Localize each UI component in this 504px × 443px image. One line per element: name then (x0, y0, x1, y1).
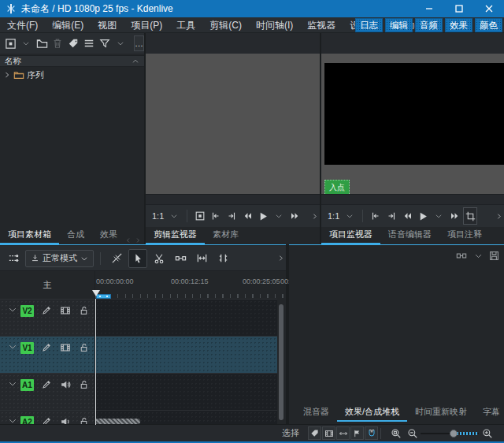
forward-button[interactable] (287, 207, 302, 225)
filter-dropdown-icon[interactable] (113, 35, 128, 52)
toolbar-extender[interactable] (495, 205, 502, 227)
resize-tool-button[interactable] (192, 249, 211, 268)
tab-scroll-arrows[interactable] (125, 236, 144, 244)
clip-monitor-screen[interactable] (146, 54, 320, 194)
razor-tool-button[interactable] (150, 249, 169, 268)
playhead-line[interactable] (95, 299, 96, 425)
project-monitor-zoom-level[interactable]: 1:1 (328, 211, 339, 221)
workspace-logging[interactable]: 日志 (355, 18, 383, 32)
spacer-tool-button[interactable] (171, 249, 190, 268)
zoom-fit-button[interactable] (389, 426, 403, 441)
track-header-v2[interactable]: V2 (0, 299, 95, 336)
menu-edit[interactable]: 编辑(E) (45, 17, 91, 33)
tab-library[interactable]: 素材库 (205, 228, 246, 244)
add-clip-dropdown-icon[interactable] (19, 35, 33, 52)
save-effect-stack-icon[interactable] (489, 251, 499, 261)
track-lane-a1[interactable] (95, 373, 277, 410)
mix-clips-button[interactable] (107, 249, 126, 268)
playhead-handle[interactable] (92, 290, 100, 296)
track-compositing-button[interactable] (4, 249, 23, 268)
timeline-vertical-scrollbar[interactable] (279, 304, 284, 420)
project-monitor-seek-ruler[interactable] (321, 194, 504, 204)
workspace-effects[interactable]: 效果 (445, 18, 472, 32)
tab-project-notes[interactable]: 项目注释 (439, 228, 490, 244)
filter-button[interactable] (98, 35, 112, 52)
view-list-button[interactable] (82, 35, 96, 52)
zoom-out-button[interactable] (406, 426, 420, 441)
play-button[interactable] (256, 207, 270, 225)
track-header-a1[interactable]: A1 (0, 373, 95, 410)
tab-effects[interactable]: 效果 (92, 228, 125, 244)
zone-in-button[interactable] (209, 207, 223, 225)
track-badge[interactable]: V1 (20, 342, 34, 354)
hide-video-icon[interactable] (60, 342, 71, 353)
tab-speech-editor[interactable]: 语音编辑器 (380, 228, 439, 244)
zone-out-button[interactable] (224, 207, 239, 225)
lock-track-icon[interactable] (79, 379, 89, 389)
zone-out-button[interactable] (384, 207, 398, 225)
timeline-horizontal-scrollbar[interactable] (95, 419, 140, 424)
maximize-button[interactable] (444, 0, 474, 17)
add-clip-button[interactable] (3, 35, 17, 52)
menu-tool[interactable]: 工具 (169, 17, 202, 33)
tags-toggle-button[interactable] (308, 426, 321, 440)
workspace-audio[interactable]: 音频 (415, 18, 443, 32)
zone-crop-button[interactable] (463, 207, 477, 225)
toolbar-extender[interactable] (277, 246, 284, 270)
tag-button[interactable] (66, 35, 80, 52)
timeline-master-button[interactable]: 主 (0, 271, 95, 299)
lock-track-icon[interactable] (79, 305, 89, 315)
timeline-zoom-slider[interactable] (421, 426, 479, 441)
clip-monitor-seek-ruler[interactable] (146, 194, 320, 204)
tab-compositions[interactable]: 合成 (59, 228, 92, 244)
minimize-button[interactable] (414, 0, 444, 17)
track-header-v1[interactable]: V1 (0, 336, 95, 373)
track-effects-icon[interactable] (42, 305, 52, 315)
bin-overflow-button[interactable]: … (134, 35, 144, 51)
menu-project[interactable]: 项目(P) (124, 17, 169, 33)
expand-chevron-icon[interactable] (3, 71, 11, 79)
tab-clip-monitor[interactable]: 剪辑监视器 (146, 228, 205, 244)
tab-subtitles[interactable]: 字幕 (475, 405, 504, 422)
edit-mode-dropdown[interactable]: 正常模式 (25, 250, 94, 267)
slip-tool-button[interactable] (213, 249, 232, 268)
collapse-chevron-icon[interactable] (8, 379, 17, 389)
menu-clip[interactable]: 剪辑(C) (202, 17, 249, 33)
track-effects-icon[interactable] (42, 379, 52, 389)
selection-tool-button[interactable] (128, 249, 147, 268)
track-header-a2[interactable]: A2 (0, 410, 95, 425)
bin-item-sequences[interactable]: 序列 (0, 69, 144, 81)
toolbar-extender[interactable] (311, 205, 318, 227)
tab-time-remap[interactable]: 时间重新映射 (407, 405, 475, 422)
rewind-button[interactable] (400, 207, 414, 225)
track-lane-v1[interactable] (95, 336, 277, 373)
bin-name-column-header[interactable]: 名称 (0, 55, 144, 67)
collapse-chevron-icon[interactable] (8, 342, 17, 352)
track-effects-icon[interactable] (42, 342, 52, 352)
video-thumbnails-toggle-button[interactable] (322, 426, 335, 440)
snap-toggle-button[interactable] (365, 426, 378, 440)
rewind-button[interactable] (240, 207, 254, 225)
play-button[interactable] (416, 207, 430, 225)
audio-thumbnails-toggle-button[interactable] (336, 426, 350, 440)
create-folder-button[interactable] (35, 35, 49, 52)
play-dropdown-icon[interactable] (272, 207, 286, 225)
track-badge[interactable]: V2 (20, 305, 34, 317)
zoom-in-button[interactable] (480, 426, 495, 441)
slider-handle[interactable] (450, 430, 458, 437)
close-button[interactable] (474, 0, 504, 17)
menu-monitor[interactable]: 监视器 (300, 17, 343, 33)
zone-in-button[interactable] (369, 207, 383, 225)
workspace-color[interactable]: 颜色 (475, 18, 502, 32)
menu-timeline[interactable]: 时间轴(I) (249, 17, 300, 33)
play-dropdown-icon[interactable] (432, 207, 446, 225)
hide-video-icon[interactable] (60, 305, 71, 316)
clip-monitor-zoom-level[interactable]: 1:1 (152, 211, 164, 221)
menu-file[interactable]: 文件(F) (0, 17, 45, 33)
workspace-editing[interactable]: 编辑 (385, 18, 413, 32)
compare-effect-icon[interactable] (455, 251, 468, 261)
zoom-dropdown-icon[interactable] (167, 207, 181, 225)
tab-project-monitor[interactable]: 项目监视器 (321, 228, 380, 244)
tab-effect-stack[interactable]: 效果/合成堆栈 (337, 405, 407, 422)
delete-button[interactable] (50, 35, 65, 52)
